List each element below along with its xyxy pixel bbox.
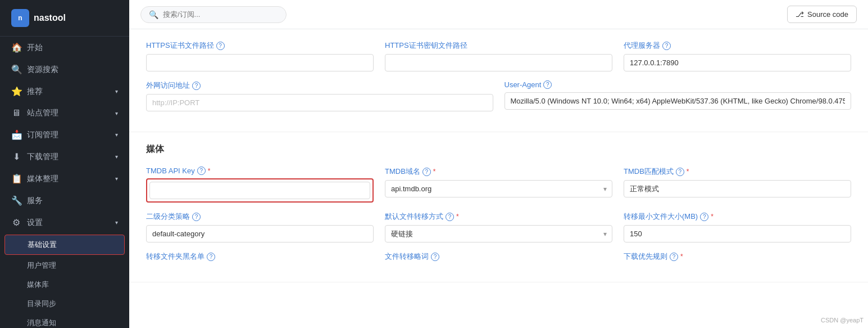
user-agent-help-icon[interactable]: ? xyxy=(543,80,552,89)
search-nav-icon: 🔍 xyxy=(11,64,21,75)
list-icon: 📋 xyxy=(11,173,21,184)
sidebar-label-basic-settings: 基础设置 xyxy=(28,240,57,250)
proxy-server-label: 代理服务器 ? xyxy=(624,41,851,51)
proxy-server-input[interactable] xyxy=(624,54,851,71)
download-priority-label: 下载优先规则 ? * xyxy=(624,251,851,262)
sidebar-label-start: 开始 xyxy=(27,43,43,53)
move-blacklist-label: 转移文件夹黑名单 ? xyxy=(146,251,374,262)
sidebar-label-settings: 设置 xyxy=(27,218,43,228)
sidebar-item-media-library[interactable]: 媒体库 xyxy=(0,275,129,294)
sidebar-label-sites: 站点管理 xyxy=(27,108,58,118)
sidebar-label-dir-sync: 目录同步 xyxy=(27,299,56,309)
sidebar-item-notifications[interactable]: 消息通知 xyxy=(0,313,129,328)
min-file-size-field: 转移最小文件大小(MB) ? * xyxy=(624,212,851,242)
user-agent-label: User-Agent ? xyxy=(505,80,852,89)
default-transfer-help-icon[interactable]: ? xyxy=(446,213,454,221)
download-icon: ⬇ xyxy=(11,151,21,162)
sidebar-label-download: 下载管理 xyxy=(27,152,58,162)
tmdb-api-key-input[interactable] xyxy=(149,182,370,199)
min-file-size-label: 转移最小文件大小(MB) ? * xyxy=(624,212,851,222)
logo-icon: n xyxy=(11,9,29,27)
monitor-icon: 🖥 xyxy=(11,108,21,118)
sidebar-item-recommend[interactable]: ⭐ 推荐 ▾ xyxy=(0,80,129,102)
search-box[interactable]: 🔍 xyxy=(140,6,287,23)
media-section: 媒体 TMDB API Key ? * TMDB域名 ? xyxy=(129,132,868,282)
external-url-label: 外网访问地址 ? xyxy=(146,80,493,91)
email-icon: 📩 xyxy=(11,129,21,140)
chevron-down-icon-download: ▾ xyxy=(115,154,118,160)
min-file-size-input[interactable] xyxy=(624,225,851,242)
user-agent-field: User-Agent ? xyxy=(505,80,852,111)
https-key-path-label: HTTPS证书密钥文件路径 xyxy=(385,41,612,51)
sidebar-item-media-organize[interactable]: 📋 媒体整理 ▾ xyxy=(0,168,129,190)
default-transfer-field: 默认文件转移方式 ? * 硬链接 ▾ xyxy=(385,212,612,242)
main-area: 🔍 ⎇ Source code HTTPS证书文件路径 ? xyxy=(129,0,868,328)
sidebar-item-subscribe[interactable]: 📩 订阅管理 ▾ xyxy=(0,124,129,146)
min-file-size-help-icon[interactable]: ? xyxy=(700,213,708,221)
watermark: CSDN @yeapT xyxy=(821,317,864,323)
wrench-icon: 🔧 xyxy=(11,195,21,206)
external-url-help-icon[interactable]: ? xyxy=(192,82,201,90)
media-section-title: 媒体 xyxy=(146,143,851,155)
sidebar-label-search: 资源搜索 xyxy=(27,65,58,75)
sidebar-item-user-management[interactable]: 用户管理 xyxy=(0,256,129,275)
sidebar-item-service[interactable]: 🔧 服务 xyxy=(0,190,129,212)
https-cert-path-input[interactable] xyxy=(146,54,374,71)
sidebar-item-sites[interactable]: 🖥 站点管理 ▾ xyxy=(0,102,129,124)
sidebar: n nastool 🏠 开始 🔍 资源搜索 ⭐ 推荐 ▾ 🖥 站点管理 ▾ 📩 … xyxy=(0,0,129,328)
sidebar-label-media-organize: 媒体整理 xyxy=(27,174,58,184)
sidebar-item-dir-sync[interactable]: 目录同步 xyxy=(0,294,129,313)
secondary-category-input[interactable] xyxy=(146,225,374,242)
sidebar-label-user-management: 用户管理 xyxy=(27,260,56,271)
external-url-input[interactable] xyxy=(146,94,493,111)
sidebar-item-settings[interactable]: ⚙ 设置 ▾ xyxy=(0,212,129,233)
sidebar-item-search[interactable]: 🔍 资源搜索 xyxy=(0,59,129,80)
tmdb-api-key-label: TMDB API Key ? * xyxy=(146,167,374,175)
tmdb-domain-help-icon[interactable]: ? xyxy=(422,168,431,176)
sidebar-item-basic-settings[interactable]: 基础设置 xyxy=(4,235,125,255)
tmdb-match-help-icon[interactable]: ? xyxy=(676,168,684,176)
proxy-help-icon[interactable]: ? xyxy=(662,42,671,50)
transfer-row: 二级分类策略 ? 默认文件转移方式 ? * 硬链接 ▾ xyxy=(146,212,851,242)
tmdb-match-required: * xyxy=(687,168,689,176)
tmdb-api-required: * xyxy=(208,167,211,175)
source-code-button[interactable]: ⎇ Source code xyxy=(787,6,857,23)
sidebar-label-media-library: 媒体库 xyxy=(27,280,49,290)
https-key-path-input[interactable] xyxy=(385,54,612,71)
search-icon: 🔍 xyxy=(149,10,158,19)
move-blacklist-field: 转移文件夹黑名单 ? xyxy=(146,251,374,262)
sidebar-label-notifications: 消息通知 xyxy=(27,318,56,328)
sidebar-label-subscribe: 订阅管理 xyxy=(27,130,58,140)
chevron-down-icon-subscribe: ▾ xyxy=(115,132,118,138)
default-transfer-required: * xyxy=(456,213,459,221)
default-transfer-select[interactable]: 硬链接 xyxy=(385,225,612,242)
source-code-label: Source code xyxy=(807,10,848,19)
sidebar-item-download[interactable]: ⬇ 下载管理 ▾ xyxy=(0,146,129,168)
move-blacklist-help-icon[interactable]: ? xyxy=(207,253,215,261)
tmdb-row: TMDB API Key ? * TMDB域名 ? * xyxy=(146,167,851,203)
gear-icon: ⚙ xyxy=(11,217,21,228)
https-cert-help-icon[interactable]: ? xyxy=(216,42,225,50)
logo-text: nastool xyxy=(34,13,66,23)
proxy-server-field: 代理服务器 ? xyxy=(624,41,851,71)
tmdb-api-help-icon[interactable]: ? xyxy=(197,167,206,175)
download-priority-help-icon[interactable]: ? xyxy=(670,253,678,261)
download-priority-field: 下载优先规则 ? * xyxy=(624,251,851,262)
topbar: 🔍 ⎇ Source code xyxy=(129,0,868,29)
tmdb-match-mode-input[interactable] xyxy=(624,180,851,197)
sidebar-label-recommend: 推荐 xyxy=(27,87,43,97)
star-icon: ⭐ xyxy=(11,86,21,97)
default-transfer-label: 默认文件转移方式 ? * xyxy=(385,212,612,222)
content-area: HTTPS证书文件路径 ? HTTPS证书密钥文件路径 代理服务器 ? xyxy=(129,29,868,328)
secondary-category-help-icon[interactable]: ? xyxy=(192,213,201,221)
secondary-category-field: 二级分类策略 ? xyxy=(146,212,374,242)
tmdb-domain-select[interactable]: api.tmdb.org xyxy=(385,180,612,197)
sidebar-item-start[interactable]: 🏠 开始 xyxy=(0,37,129,59)
move-keyword-help-icon[interactable]: ? xyxy=(431,253,439,261)
tmdb-api-key-error-wrapper xyxy=(146,178,374,203)
tmdb-domain-required: * xyxy=(433,168,436,176)
tmdb-api-key-field: TMDB API Key ? * xyxy=(146,167,374,203)
user-agent-input[interactable] xyxy=(505,92,852,110)
https-key-path-field: HTTPS证书密钥文件路径 xyxy=(385,41,612,71)
search-input[interactable] xyxy=(163,10,278,19)
